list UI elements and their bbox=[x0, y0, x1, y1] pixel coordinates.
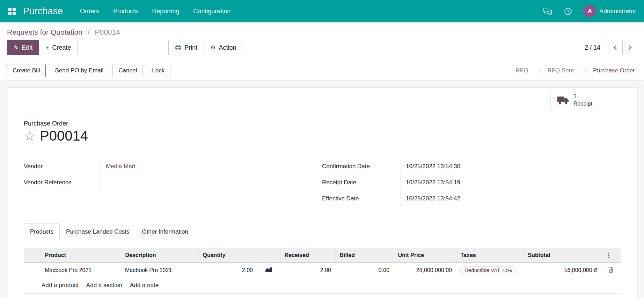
page-title: P00014 bbox=[40, 128, 88, 144]
vendor-field: Vendor Media Mart bbox=[24, 159, 322, 175]
order-lines-list: Product Description Quantity Received Bi… bbox=[24, 240, 620, 294]
trash-icon bbox=[608, 266, 614, 273]
order-lines-table: Product Description Quantity Received Bi… bbox=[24, 248, 621, 278]
field-groups: Vendor Media Mart Vendor Reference Confi… bbox=[24, 159, 620, 207]
menu-configuration[interactable]: Configuration bbox=[188, 6, 236, 17]
add-a-product-link[interactable]: Add a product bbox=[42, 282, 79, 289]
row-subtotal: 56,000,000 đ bbox=[524, 263, 601, 278]
add-a-section-link[interactable]: Add a section bbox=[86, 282, 122, 289]
chevron-right-icon bbox=[627, 45, 631, 50]
document-type-label: Purchase Order bbox=[24, 120, 620, 127]
status-step-rfq-sent[interactable]: RFQ Sent bbox=[547, 67, 574, 74]
app-name[interactable]: Purchase bbox=[23, 6, 63, 17]
top-navbar: Purchase Orders Products Reporting Confi… bbox=[0, 0, 644, 22]
pager-previous-button[interactable] bbox=[608, 40, 623, 55]
delete-row-button[interactable] bbox=[608, 266, 614, 273]
confirmation-date-value: 10/25/2022 13:54:30 bbox=[401, 159, 620, 175]
row-received: 2.00 bbox=[280, 263, 335, 278]
receipt-date-label: Receipt Date bbox=[322, 175, 401, 191]
printer-icon bbox=[175, 44, 181, 51]
menu-reporting[interactable]: Reporting bbox=[147, 6, 184, 17]
pager-buttons bbox=[608, 40, 637, 55]
notebook-tabs: Products Purchase Landed Costs Other Inf… bbox=[24, 223, 620, 240]
apps-menu-button[interactable] bbox=[3, 0, 20, 22]
statusbar: Create Bill Send PO by Email Cancel Lock… bbox=[0, 61, 644, 80]
vendor-reference-field: Vendor Reference bbox=[24, 175, 322, 191]
row-unit-price: 28,000,000.00 bbox=[394, 263, 456, 278]
chevron-left-icon bbox=[614, 45, 619, 50]
breadcrumb-separator: / bbox=[88, 28, 90, 36]
forecast-column-header bbox=[257, 248, 280, 263]
user-name: Administrator bbox=[599, 8, 636, 15]
description-column-header[interactable]: Description bbox=[121, 248, 198, 263]
breadcrumb-current: P00014 bbox=[95, 28, 120, 36]
menu-products[interactable]: Products bbox=[108, 6, 143, 17]
vendor-reference-value bbox=[101, 175, 322, 191]
lock-button[interactable]: Lock bbox=[146, 64, 170, 77]
receipt-label: Receipt bbox=[573, 100, 592, 108]
main-menu: Orders Products Reporting Configuration bbox=[75, 6, 236, 17]
taxes-column-header[interactable]: Taxes bbox=[456, 248, 524, 263]
title-block: Purchase Order ☆ P00014 bbox=[24, 120, 620, 144]
pencil-icon: ✎ bbox=[14, 45, 19, 51]
status-step-purchase-order[interactable]: Purchase Order bbox=[593, 67, 635, 74]
confirmation-date-field: Confirmation Date 10/25/2022 13:54:30 bbox=[322, 159, 620, 175]
activities-button[interactable] bbox=[562, 5, 574, 17]
billed-column-header[interactable]: Billed bbox=[335, 248, 394, 263]
optional-columns-kebab-icon[interactable]: ⋮ bbox=[606, 252, 612, 259]
effective-date-value: 10/25/2022 13:54:42 bbox=[401, 191, 620, 207]
print-button[interactable]: Print bbox=[168, 40, 204, 55]
edit-create-group: ✎ Edit + Create bbox=[7, 40, 78, 55]
content-area: 1 Receipt Purchase Order ☆ P00014 Vendor… bbox=[0, 80, 644, 298]
breadcrumb-parent[interactable]: Requests for Quotation bbox=[7, 28, 82, 36]
avatar: A bbox=[584, 5, 596, 17]
tab-other-information[interactable]: Other Information bbox=[136, 223, 195, 240]
row-quantity: 2.00 bbox=[198, 263, 257, 278]
unit-price-column-header[interactable]: Unit Price bbox=[394, 248, 456, 263]
add-a-note-link[interactable]: Add a note bbox=[130, 282, 159, 289]
pager-next-button[interactable] bbox=[622, 40, 637, 55]
received-column-header[interactable]: Received bbox=[280, 248, 335, 263]
status-steps: RFQ RFQ Sent Purchase Order bbox=[516, 67, 635, 74]
user-menu[interactable]: A Administrator bbox=[584, 5, 636, 17]
table-row: Macbook Pro 2021 Macbook Pro 2021 2.00 2… bbox=[24, 263, 621, 278]
receipt-date-value: 10/25/2022 13:54:19 bbox=[401, 175, 620, 191]
apps-grid-icon bbox=[8, 8, 16, 15]
table-header-row: Product Description Quantity Received Bi… bbox=[24, 248, 621, 263]
menu-orders[interactable]: Orders bbox=[75, 6, 104, 17]
cancel-button[interactable]: Cancel bbox=[112, 64, 143, 77]
gear-icon: ⚙ bbox=[210, 45, 215, 51]
create-bill-button[interactable]: Create Bill bbox=[7, 64, 46, 77]
pager: 2 / 14 bbox=[585, 40, 637, 55]
handle-column-header bbox=[24, 248, 41, 263]
create-button[interactable]: + Create bbox=[39, 40, 78, 55]
status-chevron-icon bbox=[534, 67, 541, 74]
chat-icon bbox=[543, 7, 552, 15]
send-po-by-email-button[interactable]: Send PO by Email bbox=[49, 64, 109, 77]
action-button[interactable]: ⚙ Action bbox=[204, 40, 243, 55]
subtotal-column-header[interactable]: Subtotal bbox=[524, 248, 601, 263]
status-chevron-icon bbox=[580, 67, 587, 74]
row-description: Macbook Pro 2021 bbox=[121, 263, 198, 278]
receipt-stat-button[interactable]: 1 Receipt bbox=[550, 91, 620, 110]
status-step-rfq[interactable]: RFQ bbox=[516, 67, 528, 74]
effective-date-field: Effective Date 10/25/2022 13:54:42 bbox=[322, 191, 620, 207]
tab-purchase-landed-costs[interactable]: Purchase Landed Costs bbox=[60, 223, 136, 240]
list-add-links: Add a product Add a section Add a note bbox=[24, 278, 620, 294]
favorite-star-icon[interactable]: ☆ bbox=[24, 129, 36, 143]
forecast-button[interactable] bbox=[265, 267, 272, 272]
pager-count[interactable]: 2 / 14 bbox=[585, 44, 600, 51]
vendor-label: Vendor bbox=[24, 159, 101, 175]
edit-button[interactable]: ✎ Edit bbox=[7, 40, 39, 55]
navbar-right: A Administrator bbox=[533, 5, 636, 17]
truck-icon bbox=[557, 96, 569, 105]
vendor-value-link[interactable]: Media Mart bbox=[106, 163, 136, 170]
effective-date-label: Effective Date bbox=[322, 191, 401, 207]
breadcrumb: Requests for Quotation / P00014 bbox=[0, 22, 644, 40]
tab-products[interactable]: Products bbox=[24, 223, 60, 240]
quantity-column-header[interactable]: Quantity bbox=[198, 248, 257, 263]
purchase-order-form: 1 Receipt Purchase Order ☆ P00014 Vendor… bbox=[7, 87, 637, 298]
product-column-header[interactable]: Product bbox=[41, 248, 121, 263]
messages-button[interactable] bbox=[541, 5, 554, 17]
receipt-date-field: Receipt Date 10/25/2022 13:54:19 bbox=[322, 175, 620, 191]
